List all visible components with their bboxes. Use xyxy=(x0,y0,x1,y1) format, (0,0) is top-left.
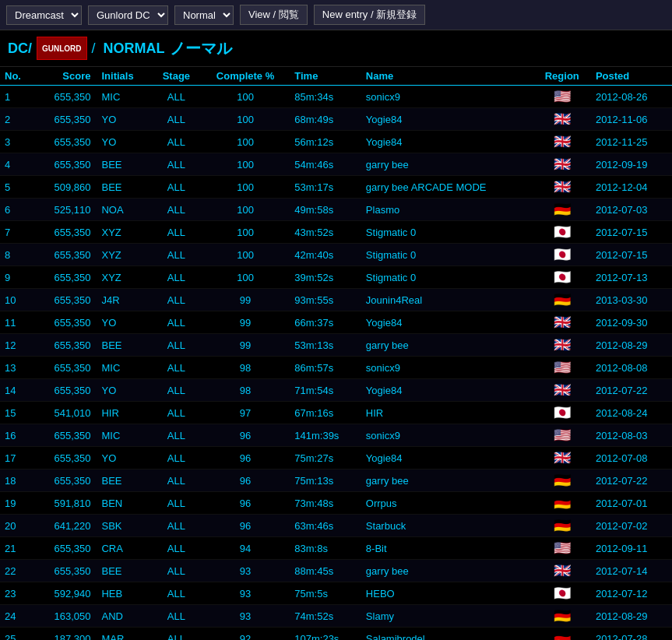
region-flag: 🇺🇸 xyxy=(554,359,571,376)
col-name: Name xyxy=(361,67,533,86)
region-flag: 🇬🇧 xyxy=(554,336,571,353)
region-flag: 🇬🇧 xyxy=(554,178,571,195)
region-flag: 🇩🇪 xyxy=(554,201,571,218)
table-row[interactable]: 4655,350BEEALL10054m:46sgarry bee🇬🇧2012-… xyxy=(0,153,672,176)
table-row[interactable]: 19591,810BENALL9673m:48sOrrpus🇩🇪2012-07-… xyxy=(0,492,672,515)
region-flag: 🇩🇪 xyxy=(554,630,571,640)
view-button[interactable]: View / 閲覧 xyxy=(240,5,308,25)
table-row[interactable]: 10655,350J4RALL9993m:55sJounin4Real🇩🇪201… xyxy=(0,289,672,311)
slash-separator: / xyxy=(92,40,96,57)
col-initials: Initials xyxy=(97,67,151,86)
region-flag: 🇬🇧 xyxy=(554,314,571,331)
col-region: Region xyxy=(533,67,591,86)
table-row[interactable]: 17655,350YOALL9675m:27sYogie84🇬🇧2012-07-… xyxy=(0,447,672,469)
region-flag: 🇬🇧 xyxy=(554,111,571,128)
table-row[interactable]: 14655,350YOALL9871m:54sYogie84🇬🇧2012-07-… xyxy=(0,379,672,402)
table-row[interactable]: 22655,350BEEALL9388m:45sgarry bee🇬🇧2012-… xyxy=(0,560,672,582)
col-complete: Complete % xyxy=(201,67,290,86)
dc-label: DC/ xyxy=(8,40,32,57)
col-score: Score xyxy=(34,67,97,86)
table-header-row: No. Score Initials Stage Complete % Time… xyxy=(0,67,672,86)
region-flag: 🇺🇸 xyxy=(554,540,571,557)
region-flag: 🇩🇪 xyxy=(554,517,571,534)
table-row[interactable]: 24163,050ANDALL9374m:52sSlamy🇩🇪2012-08-2… xyxy=(0,605,672,628)
jp-label: ノーマル xyxy=(170,38,232,59)
region-flag: 🇯🇵 xyxy=(554,246,571,263)
table-row[interactable]: 23592,940HEBALL9375m:5sHEBO🇯🇵2012-07-12 xyxy=(0,582,672,605)
table-row[interactable]: 21655,350CRAALL9483m:8s8-Bit🇺🇸2012-09-11 xyxy=(0,537,672,560)
region-flag: 🇯🇵 xyxy=(554,585,571,602)
region-flag: 🇩🇪 xyxy=(554,472,571,489)
table-row[interactable]: 5509,860BEEALL10053m:17sgarry bee ARCADE… xyxy=(0,176,672,199)
table-row[interactable]: 13655,350MICALL9886m:57ssonicx9🇺🇸2012-08… xyxy=(0,357,672,379)
col-posted: Posted xyxy=(591,67,672,86)
region-flag: 🇬🇧 xyxy=(554,382,571,399)
region-flag: 🇯🇵 xyxy=(554,223,571,241)
region-flag: 🇩🇪 xyxy=(554,291,571,308)
region-flag: 🇯🇵 xyxy=(554,269,571,286)
table-row[interactable]: 20641,220SBKALL9663m:46sStarbuck🇩🇪2012-0… xyxy=(0,515,672,537)
toolbar: Dreamcast Gunlord DC Normal View / 閲覧 Ne… xyxy=(0,0,672,30)
table-row[interactable]: 11655,350YOALL9966m:37sYogie84🇬🇧2012-09-… xyxy=(0,311,672,334)
game-select[interactable]: Gunlord DC xyxy=(88,5,168,25)
col-stage: Stage xyxy=(152,67,201,86)
table-row[interactable]: 2655,350YOALL10068m:49sYogie84🇬🇧2012-11-… xyxy=(0,108,672,131)
region-flag: 🇺🇸 xyxy=(554,427,571,444)
region-flag: 🇯🇵 xyxy=(554,404,571,421)
scores-table: No. Score Initials Stage Complete % Time… xyxy=(0,67,672,640)
table-row[interactable]: 8655,350XYZALL10042m:40sStigmatic 0🇯🇵201… xyxy=(0,244,672,266)
table-row[interactable]: 9655,350XYZALL10039m:52sStigmatic 0🇯🇵201… xyxy=(0,266,672,289)
region-flag: 🇩🇪 xyxy=(554,494,571,512)
table-row[interactable]: 3655,350YOALL10056m:12sYogie84🇬🇧2012-11-… xyxy=(0,131,672,153)
table-row[interactable]: 18655,350BEEALL9675m:13sgarry bee🇩🇪2012-… xyxy=(0,469,672,492)
table-row[interactable]: 25187,300MARALL92107m:23sSalamibrodel🇩🇪2… xyxy=(0,628,672,641)
new-entry-button[interactable]: New entry / 新規登録 xyxy=(314,5,425,25)
game-logo: GUNLORD xyxy=(37,37,87,60)
platform-select[interactable]: Dreamcast xyxy=(6,5,82,25)
scores-table-container: No. Score Initials Stage Complete % Time… xyxy=(0,67,672,640)
col-time: Time xyxy=(290,67,361,86)
region-flag: 🇬🇧 xyxy=(554,562,571,579)
table-row[interactable]: 15541,010HIRALL9767m:16sHIR🇯🇵2012-08-24 xyxy=(0,402,672,424)
difficulty-select[interactable]: Normal xyxy=(174,5,234,25)
region-flag: 🇩🇪 xyxy=(554,607,571,624)
table-row[interactable]: 12655,350BEEALL9953m:13sgarry bee🇬🇧2012-… xyxy=(0,334,672,357)
table-row[interactable]: 6525,110NOAALL10049m:58sPlasmo🇩🇪2012-07-… xyxy=(0,199,672,221)
normal-label: NORMAL xyxy=(104,40,165,57)
table-row[interactable]: 1655,350MICALL10085m:34ssonicx9🇺🇸2012-08… xyxy=(0,86,672,108)
page-header: DC/ GUNLORD / NORMAL ノーマル xyxy=(0,30,672,67)
region-flag: 🇬🇧 xyxy=(554,156,571,173)
col-no: No. xyxy=(0,67,34,86)
table-row[interactable]: 7655,350XYZALL10043m:52sStigmatic 0🇯🇵201… xyxy=(0,221,672,244)
region-flag: 🇬🇧 xyxy=(554,133,571,150)
table-row[interactable]: 16655,350MICALL96141m:39ssonicx9🇺🇸2012-0… xyxy=(0,424,672,447)
region-flag: 🇺🇸 xyxy=(554,88,571,105)
region-flag: 🇬🇧 xyxy=(554,449,571,466)
